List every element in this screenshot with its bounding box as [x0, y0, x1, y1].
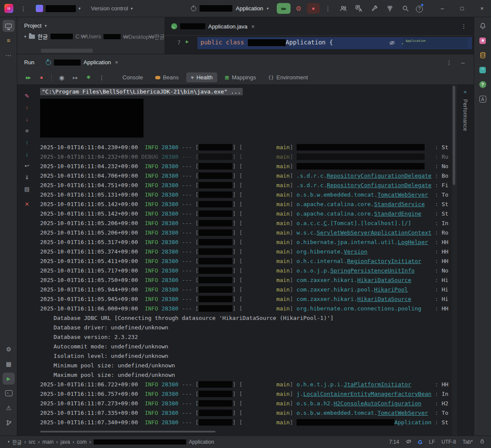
learn-tool-button[interactable]: ? — [477, 78, 489, 91]
code-with-me-users-icon[interactable] — [338, 4, 348, 13]
brush-icon[interactable]: ✎ — [22, 90, 32, 102]
tree-item-partial[interactable] — [41, 49, 93, 53]
editor-content[interactable]: 7 ▶ public class Application { ✓ Applica… — [165, 36, 474, 53]
vertical-scrollbar[interactable] — [452, 85, 456, 436]
collapse-icon[interactable]: « — [463, 88, 466, 95]
logger-link[interactable]: JtaPlatformInitiator — [344, 381, 411, 388]
database-tool-button[interactable] — [477, 49, 489, 61]
close-tab-icon[interactable]: × — [115, 59, 118, 66]
crumb-src[interactable]: src — [28, 439, 35, 445]
lock-icon[interactable] — [479, 439, 485, 445]
tree-item-root[interactable]: ▾ 한글 C:₩Users ₩Desktop₩한글 — [17, 32, 165, 41]
performance-tab[interactable]: Performance — [462, 99, 468, 131]
logger-link[interactable]: Version — [344, 248, 367, 255]
tab-health[interactable]: ♥Health — [186, 72, 218, 82]
crumb-file[interactable]: Application — [189, 439, 214, 445]
thread-dump-icon[interactable]: ◉ — [57, 73, 66, 82]
down-stack-trace-icon[interactable]: ↓ — [22, 113, 32, 125]
stop-process-button[interactable]: ■ — [37, 73, 46, 82]
run-session-tab[interactable]: Application × — [46, 59, 118, 66]
logger-link[interactable]: StandardEngine — [374, 210, 422, 217]
hide-panel-icon[interactable]: – — [458, 58, 468, 67]
tab-beans[interactable]: Beans — [150, 72, 184, 82]
horizontal-scrollbar[interactable] — [40, 431, 216, 432]
terminal-tool-button[interactable]: >_ — [3, 387, 15, 399]
gutter-run-icon[interactable]: ▶ — [186, 39, 189, 44]
minimize-button[interactable]: – — [436, 3, 449, 14]
console-more-icon[interactable]: ⋮ — [97, 73, 106, 82]
ai-assistant-button[interactable]: A — [477, 93, 489, 105]
bookmarks-tool-button[interactable] — [477, 34, 489, 47]
clear-all-icon[interactable]: ✕ — [22, 198, 32, 210]
logger-link[interactable]: StandardService — [374, 201, 425, 207]
highlighting-level-icon[interactable] — [406, 439, 412, 446]
run-config-label[interactable]: Application — [236, 5, 263, 12]
run-button[interactable]: ▶▶ — [277, 3, 291, 14]
logger-link[interactable]: SpringPersistenceUnitInfo — [330, 267, 415, 274]
more-tool-windows-button[interactable]: ⋯ — [3, 49, 15, 61]
detach-icon[interactable]: ↦ — [70, 73, 80, 82]
close-button[interactable]: × — [475, 3, 488, 14]
up-stack-trace-icon[interactable]: ↑ — [22, 102, 32, 113]
soft-wrap-icon[interactable]: ↩ — [22, 160, 32, 172]
print-icon[interactable]: ▤ — [22, 183, 32, 195]
main-menu-icon[interactable]: ⋮ — [19, 4, 28, 13]
services-right-tool-button[interactable] — [477, 64, 489, 76]
crumb-com[interactable]: com — [77, 439, 87, 445]
vcs-widget[interactable]: Version control ▾ — [88, 4, 135, 13]
more-actions-icon[interactable]: ⋮ — [323, 4, 333, 13]
structure-tool-button[interactable]: ≡ — [3, 34, 15, 47]
grazie-icon[interactable]: G — [418, 439, 422, 445]
console-output[interactable]: "C:\Program Files\BellSoft\LibericaJDK-2… — [37, 85, 452, 436]
project-selector[interactable]: ▾ — [33, 3, 83, 13]
search-icon[interactable] — [400, 4, 410, 13]
tab-mappings[interactable]: ▦Mappings — [220, 72, 261, 82]
logger-link[interactable]: RepositoryConfigurationDelegate — [327, 172, 432, 179]
editor-tab[interactable]: Application.java × — [165, 17, 259, 35]
version-control-button[interactable] — [3, 417, 15, 429]
sort-icon[interactable]: ≡ — [22, 125, 32, 137]
logger-link[interactable]: ServletWebServerApplicationContext — [317, 229, 432, 236]
prev-occurrence-icon[interactable]: ↑ — [22, 137, 32, 148]
tools-icon[interactable] — [369, 4, 379, 13]
logger-link[interactable]: HikariDataSource — [357, 296, 411, 302]
maximize-button[interactable]: □ — [456, 3, 469, 14]
editor-options-icon[interactable]: ⋮ — [459, 22, 469, 31]
stop-button[interactable]: ■ — [307, 3, 320, 14]
logger-link[interactable]: LogHelper — [398, 239, 428, 245]
project-panel-header[interactable]: Project ▾ — [17, 17, 165, 32]
logger-link[interactable]: H2ConsoleAutoConfiguration — [334, 400, 422, 407]
profiler-gear-icon[interactable]: ⚙ — [294, 4, 303, 13]
logger-link[interactable]: HikariPool — [374, 286, 408, 293]
logger-link[interactable]: LocalContainerEntityManagerFactoryBean — [303, 391, 432, 397]
logger-link[interactable]: TomcatWebServer — [378, 410, 428, 416]
file-encoding[interactable]: UTF-8 — [441, 439, 456, 445]
logger-link[interactable]: TomcatWebServer — [378, 191, 428, 198]
indent-style[interactable]: Tab* — [463, 439, 473, 445]
logger-link[interactable]: HikariDataSource — [357, 277, 411, 283]
crumb-java[interactable]: java — [60, 439, 70, 445]
coverage-icon[interactable]: ✱ — [84, 73, 93, 82]
rerun-button[interactable]: ▶▶ — [23, 73, 33, 82]
tab-environment[interactable]: {}Environment — [263, 72, 313, 82]
plugins-icon[interactable] — [385, 4, 394, 13]
notifications-button[interactable] — [477, 20, 489, 32]
translate-icon[interactable] — [354, 4, 363, 13]
cursor-position[interactable]: 7:14 — [389, 439, 399, 445]
settings-button[interactable]: ⚙ — [3, 343, 15, 355]
scrollbar-thumb[interactable] — [453, 86, 455, 185]
close-tab-icon[interactable]: × — [251, 23, 255, 30]
services-tool-button[interactable]: ▦ — [3, 358, 15, 370]
line-separator[interactable]: LF — [429, 439, 435, 445]
run-panel-options-icon[interactable]: ⋮ — [444, 58, 454, 67]
crumb-root[interactable]: 한글 — [12, 439, 22, 446]
run-tool-button[interactable]: ▶ — [3, 373, 15, 385]
next-occurrence-icon[interactable]: ↓ — [22, 148, 32, 160]
crumb-main[interactable]: main — [42, 439, 53, 445]
scroll-to-end-icon[interactable]: ⇓ — [22, 172, 32, 183]
help-button[interactable]: ? — [416, 4, 423, 13]
tree-expand-icon[interactable]: ▾ — [24, 34, 26, 39]
inspection-minimap[interactable]: Application — [403, 38, 468, 48]
logger-link[interactable]: Application — [394, 419, 432, 426]
logger-link[interactable]: RegionFactoryInitiator — [347, 258, 421, 264]
